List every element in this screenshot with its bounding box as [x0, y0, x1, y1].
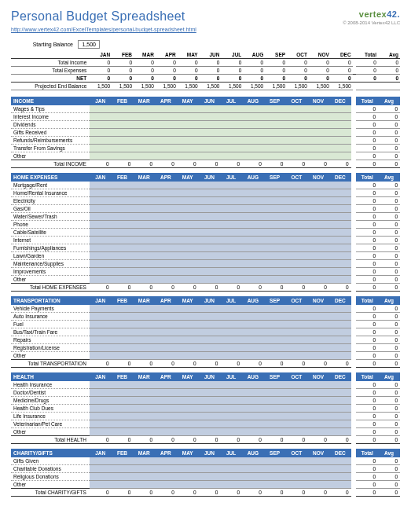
- category-cell[interactable]: [220, 182, 242, 189]
- category-cell[interactable]: [199, 344, 221, 352]
- category-cell[interactable]: [177, 189, 199, 197]
- category-cell[interactable]: [329, 244, 351, 252]
- category-cell[interactable]: [307, 344, 329, 352]
- category-cell[interactable]: [155, 344, 177, 352]
- category-cell[interactable]: [220, 152, 242, 160]
- category-cell[interactable]: [264, 137, 286, 145]
- category-cell[interactable]: [307, 197, 329, 205]
- category-cell[interactable]: [220, 145, 242, 152]
- category-cell[interactable]: [329, 105, 351, 113]
- category-cell[interactable]: [285, 237, 307, 244]
- category-cell[interactable]: [285, 321, 307, 328]
- category-cell[interactable]: [329, 473, 351, 481]
- category-cell[interactable]: [307, 276, 329, 284]
- category-cell[interactable]: [264, 465, 286, 473]
- category-cell[interactable]: [307, 381, 329, 389]
- category-cell[interactable]: [112, 473, 134, 481]
- category-cell[interactable]: [199, 313, 221, 321]
- category-cell[interactable]: [329, 336, 351, 344]
- category-cell[interactable]: [285, 344, 307, 352]
- category-cell[interactable]: [242, 182, 264, 189]
- category-cell[interactable]: [307, 481, 329, 489]
- category-cell[interactable]: [285, 405, 307, 413]
- category-cell[interactable]: [177, 389, 199, 397]
- category-cell[interactable]: [155, 137, 177, 145]
- category-cell[interactable]: [112, 405, 134, 413]
- category-cell[interactable]: [264, 105, 286, 113]
- category-cell[interactable]: [199, 336, 221, 344]
- category-cell[interactable]: [112, 145, 134, 152]
- category-cell[interactable]: [112, 344, 134, 352]
- category-cell[interactable]: [285, 145, 307, 152]
- category-cell[interactable]: [307, 129, 329, 137]
- category-cell[interactable]: [242, 229, 264, 237]
- category-cell[interactable]: [242, 428, 264, 436]
- category-cell[interactable]: [220, 229, 242, 237]
- category-cell[interactable]: [133, 313, 155, 321]
- category-cell[interactable]: [307, 397, 329, 405]
- category-cell[interactable]: [133, 328, 155, 336]
- category-cell[interactable]: [329, 352, 351, 360]
- category-cell[interactable]: [329, 268, 351, 276]
- category-cell[interactable]: [285, 305, 307, 313]
- category-cell[interactable]: [112, 189, 134, 197]
- category-cell[interactable]: [133, 397, 155, 405]
- category-cell[interactable]: [155, 113, 177, 121]
- category-cell[interactable]: [155, 182, 177, 189]
- category-cell[interactable]: [264, 336, 286, 344]
- category-cell[interactable]: [177, 197, 199, 205]
- category-cell[interactable]: [199, 197, 221, 205]
- category-cell[interactable]: [155, 213, 177, 221]
- category-cell[interactable]: [177, 121, 199, 129]
- category-cell[interactable]: [133, 428, 155, 436]
- category-cell[interactable]: [112, 397, 134, 405]
- category-cell[interactable]: [133, 352, 155, 360]
- category-cell[interactable]: [112, 336, 134, 344]
- category-cell[interactable]: [133, 145, 155, 152]
- category-cell[interactable]: [199, 481, 221, 489]
- category-cell[interactable]: [220, 244, 242, 252]
- category-cell[interactable]: [242, 336, 264, 344]
- category-cell[interactable]: [155, 268, 177, 276]
- category-cell[interactable]: [329, 381, 351, 389]
- category-cell[interactable]: [307, 405, 329, 413]
- category-cell[interactable]: [155, 457, 177, 465]
- category-cell[interactable]: [90, 405, 112, 413]
- category-cell[interactable]: [90, 152, 112, 160]
- category-cell[interactable]: [155, 197, 177, 205]
- category-cell[interactable]: [90, 189, 112, 197]
- category-cell[interactable]: [155, 352, 177, 360]
- category-cell[interactable]: [90, 237, 112, 244]
- category-cell[interactable]: [133, 237, 155, 244]
- category-cell[interactable]: [307, 336, 329, 344]
- category-cell[interactable]: [199, 205, 221, 213]
- category-cell[interactable]: [177, 420, 199, 428]
- category-cell[interactable]: [285, 129, 307, 137]
- category-cell[interactable]: [199, 389, 221, 397]
- category-cell[interactable]: [329, 389, 351, 397]
- category-cell[interactable]: [155, 481, 177, 489]
- category-cell[interactable]: [90, 481, 112, 489]
- category-cell[interactable]: [329, 229, 351, 237]
- category-cell[interactable]: [242, 305, 264, 313]
- category-cell[interactable]: [307, 145, 329, 152]
- category-cell[interactable]: [112, 113, 134, 121]
- category-cell[interactable]: [285, 397, 307, 405]
- category-cell[interactable]: [285, 481, 307, 489]
- category-cell[interactable]: [264, 276, 286, 284]
- category-cell[interactable]: [307, 182, 329, 189]
- category-cell[interactable]: [242, 189, 264, 197]
- category-cell[interactable]: [329, 152, 351, 160]
- category-cell[interactable]: [177, 205, 199, 213]
- category-cell[interactable]: [199, 260, 221, 268]
- category-cell[interactable]: [220, 328, 242, 336]
- category-cell[interactable]: [329, 121, 351, 129]
- category-cell[interactable]: [133, 321, 155, 328]
- category-cell[interactable]: [285, 276, 307, 284]
- category-cell[interactable]: [177, 336, 199, 344]
- category-cell[interactable]: [112, 420, 134, 428]
- category-cell[interactable]: [220, 428, 242, 436]
- category-cell[interactable]: [242, 145, 264, 152]
- category-cell[interactable]: [199, 321, 221, 328]
- category-cell[interactable]: [329, 328, 351, 336]
